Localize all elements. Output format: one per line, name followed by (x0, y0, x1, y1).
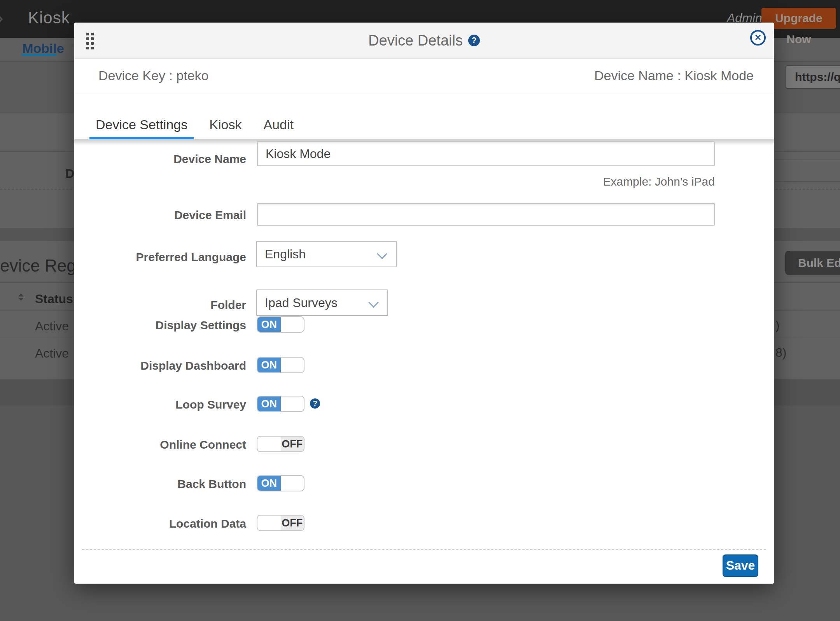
tab-audit[interactable]: Audit (257, 112, 300, 139)
preferred-language-value: English (265, 247, 306, 261)
preferred-language-select[interactable]: English (256, 241, 397, 267)
online-connect-label: Online Connect (160, 438, 246, 451)
modal-title-row: Device Details ? (74, 23, 774, 58)
location-data-label: Location Data (169, 517, 246, 530)
mobile-tab-underline (21, 54, 56, 56)
loop-survey-help-icon[interactable]: ? (310, 398, 320, 409)
toggle-off-label: OFF (281, 437, 304, 451)
device-name-text: Device Name : Kiosk Mode (594, 68, 754, 83)
sort-down-icon (18, 298, 24, 301)
sort-up-icon (18, 293, 24, 296)
tab-kiosk[interactable]: Kiosk (203, 112, 248, 139)
screen: Mobile https://qa. D evice Registr Bulk … (0, 0, 840, 621)
device-info-row: Device Key : pteko Device Name : Kiosk M… (74, 58, 774, 93)
status-column-header[interactable]: Status (35, 292, 73, 306)
toggle-on-label: ON (257, 358, 281, 372)
location-data-toggle[interactable]: ON OFF (257, 515, 304, 531)
table-row-partial: 8) (775, 346, 786, 360)
back-button-toggle[interactable]: ON OFF (257, 475, 304, 491)
back-button-label: Back Button (177, 477, 246, 491)
device-details-modal: Device Details ? ✕ Device Key : pteko De… (74, 23, 774, 584)
loop-survey-toggle[interactable]: ON OFF (257, 396, 304, 412)
device-key-text: Device Key : pteko (98, 68, 208, 83)
loop-survey-label: Loop Survey (175, 398, 246, 411)
table-row-partial: ) (775, 318, 780, 333)
breadcrumb-chevron-icon[interactable]: › (0, 6, 4, 29)
folder-label: Folder (210, 298, 246, 312)
table-row-status: Active (35, 346, 69, 361)
toggle-on-label: ON (257, 317, 281, 332)
device-email-label: Device Email (174, 209, 246, 222)
device-name-hint: Example: John's iPad (603, 175, 715, 188)
save-button[interactable]: Save (723, 554, 758, 577)
folder-value: Ipad Surveys (265, 296, 338, 310)
background-partial-label: D (65, 167, 74, 181)
preferred-language-label: Preferred Language (136, 251, 246, 264)
row-divider (774, 181, 840, 182)
device-email-input[interactable] (257, 203, 715, 226)
modal-tab-bar: Device Settings Kiosk Audit (74, 93, 774, 139)
url-input[interactable]: https://qa. (786, 65, 840, 89)
row-divider (774, 160, 840, 160)
device-name-label: Device Name (173, 153, 246, 166)
tab-device-settings[interactable]: Device Settings (89, 112, 194, 139)
display-settings-label: Display Settings (156, 319, 246, 332)
sort-arrows-icon[interactable] (18, 293, 24, 301)
display-dashboard-label: Display Dashboard (140, 359, 246, 372)
close-icon[interactable]: ✕ (750, 30, 766, 46)
display-dashboard-toggle[interactable]: ON OFF (257, 357, 304, 373)
device-name-input[interactable] (257, 141, 715, 166)
folder-select[interactable]: Ipad Surveys (256, 289, 388, 316)
toggle-off-label: OFF (281, 516, 304, 530)
page-title: Kiosk (28, 9, 70, 27)
toggle-on-label: ON (257, 476, 281, 491)
chevron-down-icon (368, 297, 379, 308)
help-icon[interactable]: ? (468, 35, 480, 46)
bulk-edit-devices-button[interactable]: Bulk Edit Dev (785, 251, 840, 275)
toggle-on-label: ON (257, 396, 281, 411)
display-settings-toggle[interactable]: ON OFF (257, 316, 304, 333)
modal-header: Device Details ? ✕ (74, 23, 774, 59)
modal-title: Device Details (368, 32, 463, 49)
chevron-down-icon (377, 249, 387, 259)
footer-dashed-divider (82, 549, 766, 550)
table-row-status: Active (35, 319, 69, 333)
online-connect-toggle[interactable]: ON OFF (257, 436, 304, 452)
